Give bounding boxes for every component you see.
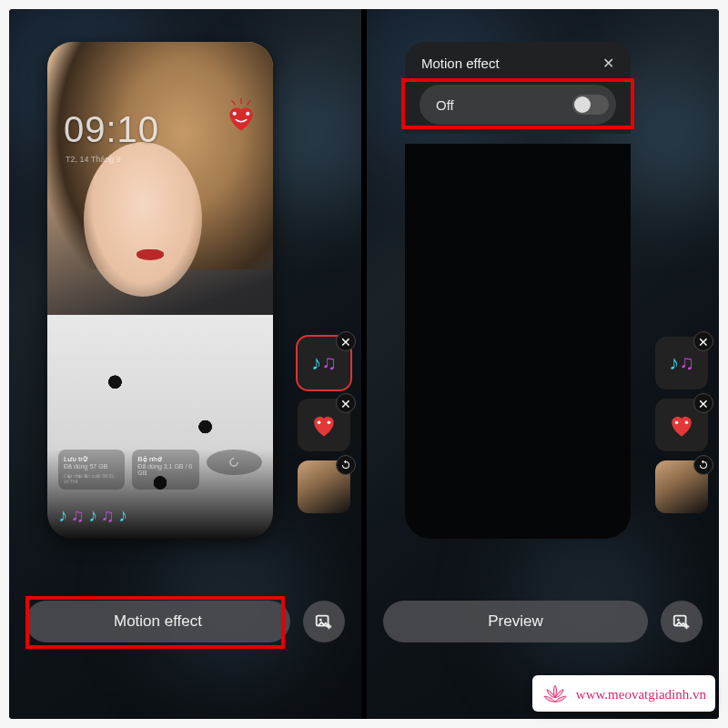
watermark: www.meovatgiadinh.vn [532, 675, 715, 712]
svg-point-1 [246, 112, 249, 116]
toggle-switch[interactable] [572, 95, 609, 115]
svg-point-9 [675, 421, 679, 425]
close-icon[interactable]: ✕ [693, 331, 713, 351]
lockscreen-clock: 09:10 [64, 109, 159, 150]
bottom-toolbar: Preview [383, 601, 703, 642]
svg-point-0 [233, 112, 237, 116]
swap-icon[interactable] [693, 455, 713, 475]
svg-line-4 [247, 100, 250, 105]
bottom-toolbar: Motion effect [25, 601, 345, 642]
svg-point-12 [677, 619, 680, 622]
sticker-music[interactable]: ♪♫ ✕ [655, 337, 708, 389]
sticker-heart[interactable]: ✕ [298, 399, 350, 451]
motion-toggle-row[interactable]: Off [420, 85, 616, 125]
popup-title: Motion effect [421, 56, 500, 71]
svg-point-8 [319, 619, 322, 622]
motion-effect-button[interactable]: Motion effect [25, 601, 290, 642]
watermark-text: www.meovatgiadinh.vn [576, 687, 706, 703]
heart-widget-icon [222, 98, 260, 136]
sticker-heart[interactable]: ✕ [655, 399, 708, 451]
close-icon[interactable]: ✕ [602, 55, 614, 72]
switch-knob [574, 96, 591, 113]
swap-icon[interactable] [336, 455, 356, 475]
lockscreen-date: T2, 14 Tháng 9 [66, 155, 121, 164]
add-image-button[interactable] [303, 601, 345, 642]
tutorial-side-by-side: 09:10 T2, 14 Tháng 9 Lưu trữ Đã dùng 57 … [9, 9, 719, 719]
music-notes-overlay: ♪ ♫ ♪ ♫ ♪ [58, 505, 127, 526]
sticker-photo[interactable] [298, 460, 350, 513]
svg-point-6 [328, 421, 331, 425]
lockscreen-widgets: Lưu trữ Đã dùng 57 GB Cập nhật lần cuối:… [58, 450, 262, 490]
image-plus-icon [314, 612, 334, 632]
wallpaper-preview-dimmed [405, 144, 631, 539]
svg-point-5 [318, 421, 321, 425]
left-panel: 09:10 T2, 14 Tháng 9 Lưu trữ Đã dùng 57 … [9, 9, 361, 719]
wallpaper-preview: 09:10 T2, 14 Tháng 9 Lưu trữ Đã dùng 57 … [47, 42, 273, 539]
sticker-photo[interactable] [655, 460, 708, 513]
memory-widget: Bộ nhớ Đã dùng 3,1 GB / 6 GB [132, 450, 198, 490]
close-icon[interactable]: ✕ [693, 393, 713, 413]
optimize-widget [207, 450, 262, 475]
close-icon[interactable]: ✕ [336, 331, 356, 351]
lotus-icon [541, 682, 569, 706]
right-panel: Motion effect ✕ Off ♪♫ ✕ ✕ [367, 9, 719, 719]
motion-effect-popup: Motion effect ✕ Off [405, 42, 631, 134]
svg-line-3 [232, 100, 236, 105]
svg-point-10 [685, 421, 689, 425]
sticker-music[interactable]: ♪♫ ✕ [298, 337, 350, 389]
sticker-column: ♪♫ ✕ ✕ [655, 337, 708, 513]
add-image-button[interactable] [661, 601, 703, 642]
sticker-column: ♪♫ ✕ ✕ [298, 337, 350, 513]
preview-button[interactable]: Preview [383, 601, 648, 642]
toggle-label: Off [436, 97, 454, 113]
close-icon[interactable]: ✕ [336, 393, 356, 413]
image-plus-icon [672, 612, 692, 632]
storage-widget: Lưu trữ Đã dùng 57 GB Cập nhật lần cuối:… [58, 450, 125, 490]
